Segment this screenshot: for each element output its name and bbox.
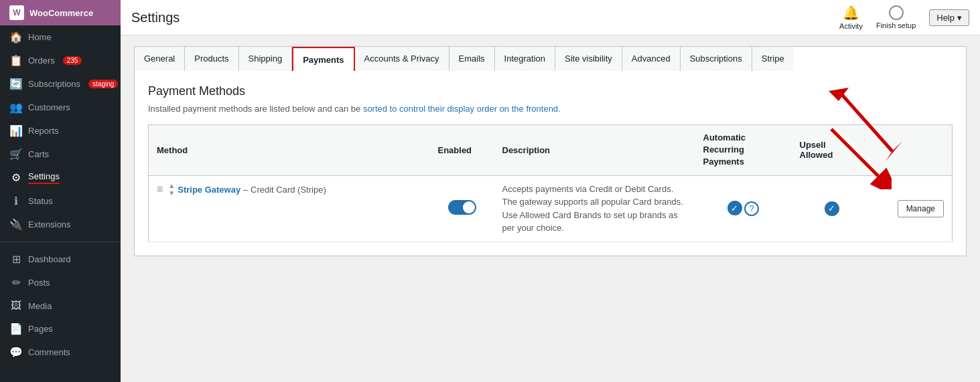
sort-down-icon[interactable]: ▼ xyxy=(168,190,175,197)
help-chevron-icon: ▾ xyxy=(957,13,962,23)
finish-setup-button[interactable]: Finish setup xyxy=(876,5,916,29)
drag-handle-icon[interactable]: ≡ xyxy=(157,183,163,195)
auto-recurring-cell: ✓ ? xyxy=(695,175,792,242)
activity-icon: 🔔 xyxy=(843,5,859,21)
sidebar-label-posts: Posts xyxy=(28,278,50,288)
subscriptions-badge: staging xyxy=(88,80,118,88)
finish-setup-icon xyxy=(889,5,904,20)
pages-icon: 📄 xyxy=(9,322,23,335)
sort-link[interactable]: sorted to control their display order on… xyxy=(363,104,558,114)
settings-icon: ⚙ xyxy=(9,171,23,184)
main-content: Settings 🔔 Activity Finish setup Help ▾ … xyxy=(121,0,980,382)
sidebar-item-extensions[interactable]: 🔌 Extensions xyxy=(0,213,121,236)
sidebar-label-extensions: Extensions xyxy=(28,219,71,229)
sidebar-label-dashboard: Dashboard xyxy=(28,254,71,264)
tab-stripe[interactable]: Stripe xyxy=(752,47,794,71)
sidebar-item-subscriptions[interactable]: 🔄 Subscriptions staging xyxy=(0,72,121,96)
topbar-right: 🔔 Activity Finish setup Help ▾ xyxy=(839,5,969,30)
gateway-name-link[interactable]: Stripe Gateway xyxy=(178,185,240,195)
activity-button[interactable]: 🔔 Activity xyxy=(839,5,863,30)
sidebar: W WooCommerce 🏠 Home 📋 Orders 235 🔄 Subs… xyxy=(0,0,121,382)
page-title: Settings xyxy=(131,10,180,25)
tab-products[interactable]: Products xyxy=(185,47,238,71)
manage-button[interactable]: Manage xyxy=(898,200,944,217)
sidebar-item-carts[interactable]: 🛒 Carts xyxy=(0,142,121,166)
sort-up-icon[interactable]: ▲ xyxy=(168,183,175,189)
status-icon: ℹ xyxy=(9,195,23,207)
tab-advanced[interactable]: Advanced xyxy=(622,47,681,71)
sort-arrows: ▲ ▼ xyxy=(168,183,175,197)
table-row: ≡ ▲ ▼ Stripe Gateway – Credit Card (Stri… xyxy=(149,175,953,242)
method-controls: ≡ ▲ ▼ Stripe Gateway – Credit Card (Stri… xyxy=(157,183,422,197)
enabled-toggle[interactable] xyxy=(448,200,476,215)
help-label: Help xyxy=(936,13,955,23)
settings-tabs: General Products Shipping Payments Accou… xyxy=(134,46,967,71)
th-upsell: UpsellAllowed xyxy=(792,125,872,176)
comments-icon: 💬 xyxy=(9,346,23,359)
orders-badge: 235 xyxy=(63,56,82,65)
topbar: Settings 🔔 Activity Finish setup Help ▾ xyxy=(121,0,980,35)
tab-emails[interactable]: Emails xyxy=(449,47,495,71)
sidebar-label-subscriptions: Subscriptions xyxy=(28,79,80,89)
section-title: Payment Methods xyxy=(148,84,953,98)
tab-general[interactable]: General xyxy=(135,47,185,71)
auto-recurring-help-icon[interactable]: ? xyxy=(744,201,759,216)
sidebar-item-comments[interactable]: 💬 Comments xyxy=(0,341,121,364)
th-enabled: Enabled xyxy=(430,125,494,176)
content-area: General Products Shipping Payments Accou… xyxy=(121,35,980,382)
tab-payments[interactable]: Payments xyxy=(292,47,354,71)
sidebar-label-media: Media xyxy=(28,301,52,311)
description-cell: Accepts payments via Credit or Debit Car… xyxy=(494,175,695,242)
tab-integration[interactable]: Integration xyxy=(495,47,555,71)
sidebar-label-pages: Pages xyxy=(28,324,53,334)
th-method: Method xyxy=(149,125,430,176)
method-cell: ≡ ▲ ▼ Stripe Gateway – Credit Card (Stri… xyxy=(149,175,430,242)
tab-accounts-privacy[interactable]: Accounts & Privacy xyxy=(355,47,449,71)
posts-icon: ✏ xyxy=(9,276,23,289)
tab-site-visibility[interactable]: Site visibility xyxy=(555,47,622,71)
extensions-icon: 🔌 xyxy=(9,218,23,231)
sidebar-label-reports: Reports xyxy=(28,126,59,136)
sidebar-item-reports[interactable]: 📊 Reports xyxy=(0,119,121,142)
gateway-suffix: – Credit Card (Stripe) xyxy=(243,185,326,195)
home-icon: 🏠 xyxy=(9,31,23,43)
sidebar-label-status: Status xyxy=(28,196,53,206)
enabled-cell xyxy=(430,175,494,242)
sidebar-label-settings: Settings xyxy=(28,171,60,184)
sidebar-item-pages[interactable]: 📄 Pages xyxy=(0,317,121,341)
sidebar-item-status[interactable]: ℹ Status xyxy=(0,189,121,213)
section-description: Installed payment methods are listed bel… xyxy=(148,104,953,114)
upsell-check-icon: ✓ xyxy=(825,201,839,216)
sidebar-label-carts: Carts xyxy=(28,149,49,159)
sidebar-label-comments: Comments xyxy=(28,347,70,357)
sidebar-item-home[interactable]: 🏠 Home xyxy=(0,25,121,49)
sidebar-item-dashboard[interactable]: ⊞ Dashboard xyxy=(0,248,121,271)
subscriptions-icon: 🔄 xyxy=(9,78,23,90)
dashboard-icon: ⊞ xyxy=(9,253,23,266)
customers-icon: 👥 xyxy=(9,101,23,114)
sidebar-item-settings[interactable]: ⚙ Settings xyxy=(0,166,121,189)
help-button[interactable]: Help ▾ xyxy=(929,9,969,26)
finish-setup-label: Finish setup xyxy=(876,21,916,29)
sidebar-item-orders[interactable]: 📋 Orders 235 xyxy=(0,49,121,72)
orders-icon: 📋 xyxy=(9,54,23,67)
payment-methods-table: Method Enabled Description AutomaticRecu… xyxy=(148,124,953,242)
auto-recurring-check-icon: ✓ xyxy=(727,201,742,215)
woocommerce-menu-header: W WooCommerce xyxy=(0,0,121,25)
sidebar-item-media[interactable]: 🖼 Media xyxy=(0,294,121,317)
action-cell: Manage xyxy=(872,175,953,242)
upsell-cell: ✓ xyxy=(792,175,872,242)
sidebar-item-posts[interactable]: ✏ Posts xyxy=(0,271,121,294)
media-icon: 🖼 xyxy=(9,300,23,312)
th-action xyxy=(872,125,953,176)
tab-subscriptions[interactable]: Subscriptions xyxy=(681,47,752,71)
sidebar-label-orders: Orders xyxy=(28,56,55,66)
activity-label: Activity xyxy=(839,22,863,30)
sidebar-label-customers: Customers xyxy=(28,102,70,112)
gateway-description: Accepts payments via Credit or Debit Car… xyxy=(502,184,683,233)
carts-icon: 🛒 xyxy=(9,148,23,161)
table-container: Method Enabled Description AutomaticRecu… xyxy=(148,124,953,242)
sidebar-item-customers[interactable]: 👥 Customers xyxy=(0,96,121,119)
payment-methods-section: Payment Methods Installed payment method… xyxy=(134,71,967,256)
tab-shipping[interactable]: Shipping xyxy=(239,47,293,71)
